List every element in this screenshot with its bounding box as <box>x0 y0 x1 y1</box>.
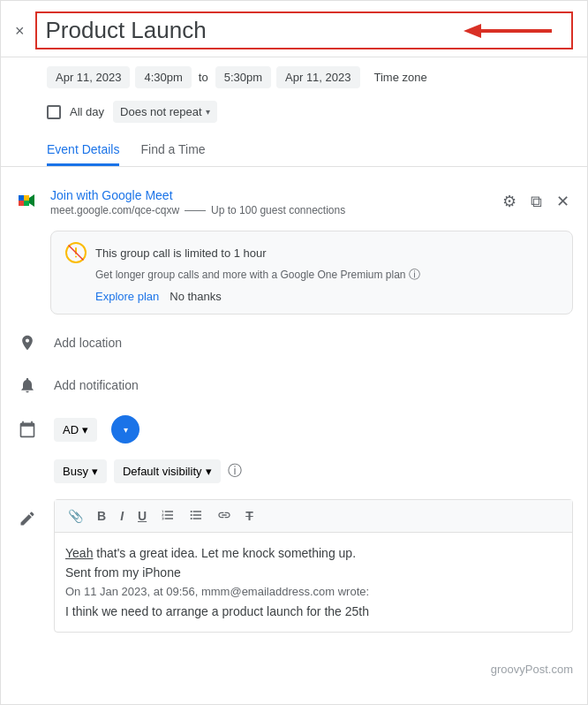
link-button[interactable] <box>213 505 236 527</box>
content-line-7: I think we need to arrange a product lau… <box>65 602 562 621</box>
event-header: × Product Launch <box>1 1 587 57</box>
calendar-name-dropdown[interactable]: AD ▾ <box>54 418 97 442</box>
close-button[interactable]: × <box>15 23 25 39</box>
svg-point-3 <box>75 256 77 258</box>
calendar-icon <box>15 417 40 442</box>
bullet-list-button[interactable] <box>185 505 207 527</box>
tabs: Event Details Find a Time <box>1 133 587 167</box>
copy-icon: ⧉ <box>531 193 542 210</box>
color-picker-button[interactable]: ▾ <box>111 415 139 443</box>
busy-status-dropdown[interactable]: Busy ▾ <box>54 459 107 483</box>
bold-button[interactable]: B <box>93 507 110 525</box>
meet-remove-button[interactable]: ✕ <box>553 188 573 215</box>
notification-input[interactable]: Add notification <box>54 378 573 392</box>
strikethrough-button[interactable]: T <box>241 507 258 525</box>
description-section: 📎 B I U <box>15 490 573 641</box>
editor-content-area[interactable]: Yeah that's a great idea. Let me knock s… <box>55 533 572 632</box>
google-meet-icon <box>15 188 40 213</box>
meet-warning-box: This group call is limited to 1 hour Get… <box>50 231 573 315</box>
meet-warning-title: This group call is limited to 1 hour <box>95 246 267 260</box>
svg-marker-0 <box>464 24 481 38</box>
tab-event-details[interactable]: Event Details <box>47 133 119 166</box>
underline-yeah: Yeah <box>65 546 93 560</box>
meet-warning-desc: Get longer group calls and more with a G… <box>95 267 558 283</box>
close-icon: ✕ <box>556 193 569 210</box>
no-thanks-button[interactable]: No thanks <box>170 290 222 303</box>
calendar-row: AD ▾ ▾ <box>15 406 573 452</box>
timezone-chip[interactable]: Time zone <box>366 66 436 88</box>
notification-icon <box>15 373 40 398</box>
color-chevron-icon: ▾ <box>124 425 128 435</box>
content-line-3: Sent from my iPhone <box>65 563 562 582</box>
event-editor: × Product Launch Apr 11, 2023 4:30pm to … <box>0 0 588 705</box>
location-input[interactable]: Add location <box>54 336 573 350</box>
visibility-label: Default visibility <box>123 465 202 478</box>
meet-guests-label: Up to 100 guest connections <box>211 204 345 216</box>
meet-actions: ⚙ ⧉ ✕ <box>499 188 573 215</box>
help-circle-icon: ⓘ <box>409 268 420 281</box>
end-date-chip[interactable]: Apr 11, 2023 <box>276 66 359 88</box>
warning-info-icon <box>65 242 87 263</box>
event-content: Join with Google Meet meet.google.com/qc… <box>1 167 587 656</box>
start-date-chip[interactable]: Apr 11, 2023 <box>47 66 130 88</box>
meet-warning-header: This group call is limited to 1 hour <box>65 242 558 263</box>
location-icon <box>15 330 40 355</box>
start-time-chip[interactable]: 4:30pm <box>135 66 191 88</box>
allday-row: All day Does not repeat ▾ <box>1 97 587 133</box>
help-icon[interactable]: ⓘ <box>228 462 242 481</box>
visibility-chevron-icon: ▾ <box>206 465 212 478</box>
content-line-5: On 11 Jan 2023, at 09:56, mmm@emailaddre… <box>65 583 562 602</box>
datetime-row: Apr 11, 2023 4:30pm to 5:30pm Apr 11, 20… <box>1 57 587 97</box>
end-time-chip[interactable]: 5:30pm <box>215 66 271 88</box>
italic-button[interactable]: I <box>116 507 128 525</box>
location-row: Add location <box>15 322 573 364</box>
meet-warning-actions: Explore plan No thanks <box>95 290 558 303</box>
busy-label: Busy <box>63 465 88 478</box>
repeat-chevron-icon: ▾ <box>206 107 210 117</box>
content-rest-line1: that's a great idea. Let me knock someth… <box>93 546 356 560</box>
meet-url-row: meet.google.com/qce-cqxw —— Up to 100 gu… <box>50 204 488 216</box>
calendar-dropdown-chevron-icon: ▾ <box>82 423 88 436</box>
allday-checkbox[interactable] <box>47 105 61 119</box>
tab-find-a-time[interactable]: Find a Time <box>140 133 205 166</box>
meet-join-link[interactable]: Join with Google Meet <box>50 188 173 202</box>
ordered-list-button[interactable] <box>156 505 179 527</box>
to-label: to <box>197 71 210 84</box>
notification-row: Add notification <box>15 364 573 406</box>
status-row: Busy ▾ Default visibility ▾ ⓘ <box>15 452 573 490</box>
annotation-arrow <box>455 13 561 49</box>
repeat-dropdown[interactable]: Does not repeat ▾ <box>113 101 217 123</box>
content-line-1: Yeah that's a great idea. Let me knock s… <box>65 543 562 563</box>
meet-url: meet.google.com/qce-cqxw <box>50 204 179 216</box>
meet-settings-button[interactable]: ⚙ <box>499 188 520 215</box>
watermark: groovyPost.com <box>1 656 587 679</box>
allday-label: All day <box>70 105 104 118</box>
explore-plan-link[interactable]: Explore plan <box>95 290 159 303</box>
gear-icon: ⚙ <box>502 193 516 210</box>
attach-button[interactable]: 📎 <box>64 507 87 525</box>
meet-info: Join with Google Meet meet.google.com/qc… <box>50 188 488 216</box>
visibility-dropdown[interactable]: Default visibility ▾ <box>114 459 221 483</box>
meet-copy-button[interactable]: ⧉ <box>527 189 546 215</box>
meet-section: Join with Google Meet meet.google.com/qc… <box>15 181 573 224</box>
underline-button[interactable]: U <box>133 507 151 525</box>
description-icon <box>15 506 40 531</box>
meet-url-separator: —— <box>185 204 206 216</box>
editor-toolbar: 📎 B I U <box>55 500 572 533</box>
calendar-name-label: AD <box>63 423 79 436</box>
busy-chevron-icon: ▾ <box>92 465 98 478</box>
repeat-label: Does not repeat <box>120 105 202 118</box>
description-editor[interactable]: 📎 B I U <box>54 499 573 633</box>
